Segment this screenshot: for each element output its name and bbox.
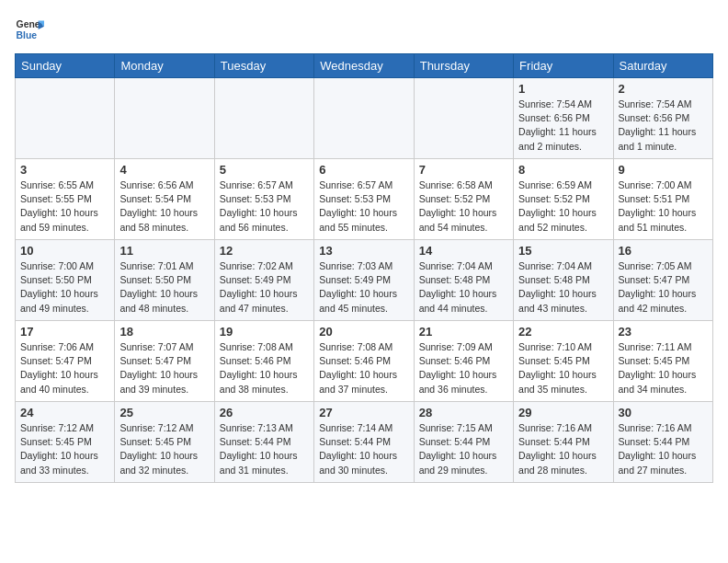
calendar-table: SundayMondayTuesdayWednesdayThursdayFrid…	[15, 53, 713, 483]
day-info: Sunrise: 7:00 AMSunset: 5:50 PMDaylight:…	[20, 259, 109, 316]
calendar-cell: 3Sunrise: 6:55 AMSunset: 5:55 PMDaylight…	[16, 159, 115, 240]
day-number: 25	[119, 406, 209, 419]
calendar-cell: 27Sunrise: 7:14 AMSunset: 5:44 PMDayligh…	[314, 402, 414, 483]
day-info: Sunrise: 7:54 AMSunset: 6:56 PMDaylight:…	[518, 98, 608, 154]
calendar-cell: 19Sunrise: 7:08 AMSunset: 5:46 PMDayligh…	[214, 321, 313, 402]
calendar-cell: 11Sunrise: 7:01 AMSunset: 5:50 PMDayligh…	[115, 240, 214, 321]
weekday-header-row: SundayMondayTuesdayWednesdayThursdayFrid…	[16, 54, 713, 78]
calendar-cell: 30Sunrise: 7:16 AMSunset: 5:44 PMDayligh…	[613, 402, 712, 483]
calendar-cell: 9Sunrise: 7:00 AMSunset: 5:51 PMDaylight…	[613, 159, 712, 240]
day-info: Sunrise: 6:56 AMSunset: 5:54 PMDaylight:…	[119, 178, 209, 235]
day-info: Sunrise: 7:54 AMSunset: 6:56 PMDaylight:…	[619, 98, 708, 154]
day-info: Sunrise: 7:08 AMSunset: 5:46 PMDaylight:…	[319, 340, 408, 396]
day-number: 27	[319, 406, 408, 419]
calendar-cell: 6Sunrise: 6:57 AMSunset: 5:53 PMDaylight…	[314, 159, 414, 240]
day-number: 30	[619, 406, 708, 419]
day-info: Sunrise: 7:12 AMSunset: 5:45 PMDaylight:…	[119, 421, 209, 477]
day-info: Sunrise: 7:07 AMSunset: 5:47 PMDaylight:…	[119, 340, 209, 396]
calendar-cell: 13Sunrise: 7:03 AMSunset: 5:49 PMDayligh…	[314, 240, 414, 321]
calendar-cell: 22Sunrise: 7:10 AMSunset: 5:45 PMDayligh…	[514, 321, 613, 402]
day-info: Sunrise: 7:14 AMSunset: 5:44 PMDaylight:…	[319, 421, 408, 477]
day-info: Sunrise: 7:11 AMSunset: 5:45 PMDaylight:…	[619, 340, 708, 396]
day-number: 24	[20, 406, 109, 419]
day-info: Sunrise: 7:15 AMSunset: 5:44 PMDaylight:…	[419, 421, 508, 477]
day-number: 16	[619, 244, 708, 258]
day-number: 7	[419, 163, 508, 177]
day-info: Sunrise: 7:06 AMSunset: 5:47 PMDaylight:…	[20, 340, 109, 396]
day-number: 12	[220, 244, 309, 258]
day-number: 11	[119, 244, 209, 258]
weekday-header-tuesday: Tuesday	[214, 54, 313, 78]
calendar-cell	[314, 78, 414, 159]
calendar-cell: 18Sunrise: 7:07 AMSunset: 5:47 PMDayligh…	[115, 321, 214, 402]
day-number: 21	[419, 325, 508, 339]
calendar-cell: 26Sunrise: 7:13 AMSunset: 5:44 PMDayligh…	[214, 402, 313, 483]
day-info: Sunrise: 6:58 AMSunset: 5:52 PMDaylight:…	[419, 178, 508, 235]
week-row-5: 24Sunrise: 7:12 AMSunset: 5:45 PMDayligh…	[16, 402, 713, 483]
day-info: Sunrise: 7:05 AMSunset: 5:47 PMDaylight:…	[619, 259, 708, 316]
day-number: 9	[619, 163, 708, 177]
day-info: Sunrise: 7:16 AMSunset: 5:44 PMDaylight:…	[619, 421, 708, 477]
week-row-2: 3Sunrise: 6:55 AMSunset: 5:55 PMDaylight…	[16, 159, 713, 240]
day-number: 10	[20, 244, 109, 258]
weekday-header-saturday: Saturday	[613, 54, 712, 78]
day-number: 14	[419, 244, 508, 258]
calendar-cell: 16Sunrise: 7:05 AMSunset: 5:47 PMDayligh…	[613, 240, 712, 321]
calendar-cell: 25Sunrise: 7:12 AMSunset: 5:45 PMDayligh…	[115, 402, 214, 483]
day-number: 15	[518, 244, 608, 258]
calendar-cell: 2Sunrise: 7:54 AMSunset: 6:56 PMDaylight…	[613, 78, 712, 159]
calendar-cell: 21Sunrise: 7:09 AMSunset: 5:46 PMDayligh…	[414, 321, 513, 402]
day-info: Sunrise: 6:59 AMSunset: 5:52 PMDaylight:…	[518, 178, 608, 235]
weekday-header-monday: Monday	[115, 54, 214, 78]
day-number: 6	[319, 163, 408, 177]
calendar-cell: 10Sunrise: 7:00 AMSunset: 5:50 PMDayligh…	[16, 240, 115, 321]
day-number: 28	[419, 406, 508, 419]
day-number: 4	[119, 163, 209, 177]
calendar-cell: 5Sunrise: 6:57 AMSunset: 5:53 PMDaylight…	[214, 159, 313, 240]
calendar-cell	[115, 78, 214, 159]
weekday-header-thursday: Thursday	[414, 54, 513, 78]
header: General Blue	[15, 15, 713, 44]
week-row-4: 17Sunrise: 7:06 AMSunset: 5:47 PMDayligh…	[16, 321, 713, 402]
svg-text:Blue: Blue	[17, 30, 38, 40]
calendar-cell: 29Sunrise: 7:16 AMSunset: 5:44 PMDayligh…	[514, 402, 613, 483]
calendar-cell: 24Sunrise: 7:12 AMSunset: 5:45 PMDayligh…	[16, 402, 115, 483]
calendar-cell: 4Sunrise: 6:56 AMSunset: 5:54 PMDaylight…	[115, 159, 214, 240]
day-number: 18	[119, 325, 209, 339]
day-number: 13	[319, 244, 408, 258]
day-number: 1	[518, 82, 608, 96]
day-info: Sunrise: 7:10 AMSunset: 5:45 PMDaylight:…	[518, 340, 608, 396]
calendar-cell	[214, 78, 313, 159]
day-number: 17	[20, 325, 109, 339]
calendar-cell	[16, 78, 115, 159]
calendar-cell: 12Sunrise: 7:02 AMSunset: 5:49 PMDayligh…	[214, 240, 313, 321]
day-number: 5	[220, 163, 309, 177]
day-info: Sunrise: 7:04 AMSunset: 5:48 PMDaylight:…	[419, 259, 508, 316]
day-info: Sunrise: 7:13 AMSunset: 5:44 PMDaylight:…	[220, 421, 309, 477]
day-number: 29	[518, 406, 608, 419]
page: General Blue SundayMondayTuesdayWednesda…	[0, 0, 728, 494]
day-number: 20	[319, 325, 408, 339]
weekday-header-friday: Friday	[514, 54, 613, 78]
day-info: Sunrise: 7:00 AMSunset: 5:51 PMDaylight:…	[619, 178, 708, 235]
day-number: 3	[20, 163, 109, 177]
day-info: Sunrise: 7:09 AMSunset: 5:46 PMDaylight:…	[419, 340, 508, 396]
day-number: 26	[220, 406, 309, 419]
day-info: Sunrise: 7:16 AMSunset: 5:44 PMDaylight:…	[518, 421, 608, 477]
weekday-header-wednesday: Wednesday	[314, 54, 414, 78]
day-number: 22	[518, 325, 608, 339]
day-info: Sunrise: 6:57 AMSunset: 5:53 PMDaylight:…	[319, 178, 408, 235]
day-info: Sunrise: 6:57 AMSunset: 5:53 PMDaylight:…	[220, 178, 309, 235]
calendar-cell: 23Sunrise: 7:11 AMSunset: 5:45 PMDayligh…	[613, 321, 712, 402]
calendar-cell: 28Sunrise: 7:15 AMSunset: 5:44 PMDayligh…	[414, 402, 513, 483]
calendar-cell	[414, 78, 513, 159]
day-info: Sunrise: 7:04 AMSunset: 5:48 PMDaylight:…	[518, 259, 608, 316]
calendar-cell: 20Sunrise: 7:08 AMSunset: 5:46 PMDayligh…	[314, 321, 414, 402]
day-info: Sunrise: 6:55 AMSunset: 5:55 PMDaylight:…	[20, 178, 109, 235]
day-info: Sunrise: 7:12 AMSunset: 5:45 PMDaylight:…	[20, 421, 109, 477]
calendar-cell: 8Sunrise: 6:59 AMSunset: 5:52 PMDaylight…	[514, 159, 613, 240]
day-info: Sunrise: 7:03 AMSunset: 5:49 PMDaylight:…	[319, 259, 408, 316]
logo-icon: General Blue	[15, 15, 44, 44]
logo: General Blue	[15, 15, 44, 44]
day-number: 23	[619, 325, 708, 339]
